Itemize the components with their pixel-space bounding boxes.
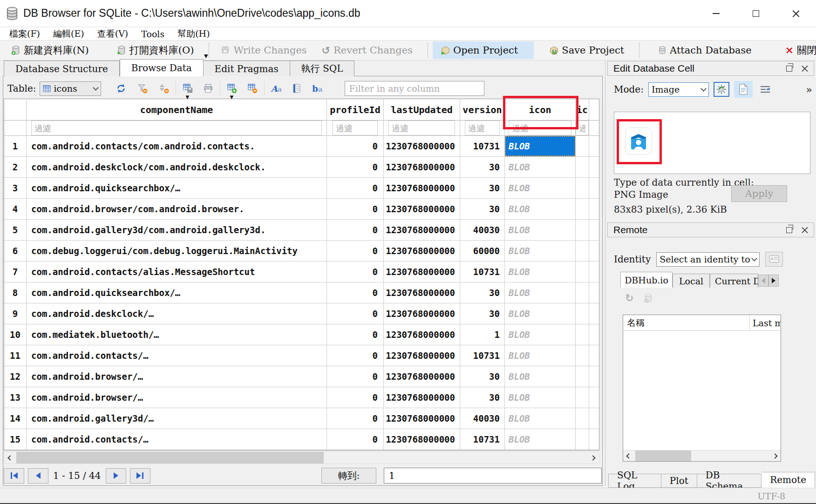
goto-button[interactable]: 轉到: [321,468,376,484]
cell-componentName[interactable]: com.android.gallery3d/com.android.galler… [27,220,327,240]
cell-profileId[interactable]: 0 [327,303,384,324]
row-number[interactable]: 10 [4,324,27,345]
cell-lastUpdated[interactable]: 1230768000000 [384,387,460,408]
column-filter-input[interactable] [388,121,455,135]
new-database-button[interactable]: 新建資料庫(N) [4,41,96,59]
clear-sort-button[interactable] [156,81,172,96]
cell-lastUpdated[interactable]: 1230768000000 [384,262,460,282]
remote-list-header-modified[interactable]: Last mo [750,315,781,330]
tab-scroll-left-button[interactable] [758,275,768,287]
cell-version[interactable]: 10731 [460,429,505,450]
row-number[interactable]: 7 [4,262,27,282]
cell-lastUpdated[interactable]: 1230768000000 [384,366,460,387]
scroll-left-button[interactable] [623,450,634,461]
cell-profileId[interactable]: 0 [327,157,384,177]
cell-version[interactable]: 30 [460,199,505,219]
open-project-button[interactable]: Open Project [433,41,534,59]
row-number[interactable]: 13 [4,387,27,408]
cell-version[interactable]: 30 [460,178,505,198]
cell-lastUpdated[interactable]: 1230768000000 [384,220,460,240]
dictionary-button[interactable] [289,81,305,96]
tab-db-schema[interactable]: DB Schema [697,474,762,488]
cell-componentName[interactable]: com.mediatek.bluetooth/… [27,324,327,345]
cell-profileId[interactable]: 0 [327,241,384,261]
cell-clipped[interactable] [576,387,589,408]
cell-version[interactable]: 30 [460,157,505,177]
cell-version[interactable]: 10731 [460,345,505,366]
cell-componentName[interactable]: com.android.contacts/… [27,429,327,450]
column-filter-input[interactable] [465,121,500,135]
tab-scroll-right-button[interactable] [768,275,779,287]
row-number[interactable]: 12 [4,366,27,387]
font-settings-button[interactable]: Aa [268,81,284,96]
first-page-button[interactable] [4,468,24,484]
header-version[interactable]: version [460,99,505,120]
menu-help[interactable]: 幫助(H) [171,28,216,40]
horizontal-scroll-thumb[interactable] [635,450,691,461]
row-number[interactable]: 1 [4,136,27,156]
header-componentName[interactable]: componentName [27,99,327,120]
cell-icon[interactable]: BLOB [505,408,576,429]
cell-componentName[interactable]: com.android.deskclock/com.android.deskcl… [27,157,327,177]
cell-icon[interactable]: BLOB [505,324,576,345]
open-database-button[interactable]: 打開資料庫(O) ▼ [109,41,202,59]
row-number[interactable]: 5 [4,220,27,240]
cell-profileId[interactable]: 0 [327,429,384,450]
table-select[interactable]: icons [40,81,101,96]
header-lastUpdated[interactable]: lastUpdated [384,99,460,120]
more-tools-icon[interactable]: » [806,84,811,95]
cell-lastUpdated[interactable]: 1230768000000 [384,282,460,303]
menu-edit[interactable]: 編輯(E) [47,28,91,40]
minimize-button[interactable] [696,0,736,27]
tab-local[interactable]: Local [673,274,710,288]
cell-profileId[interactable]: 0 [327,345,384,366]
print-cell-button[interactable] [734,81,753,98]
cell-clipped[interactable] [576,303,589,324]
write-changes-button[interactable]: Write Changes [214,41,314,59]
cell-profileId[interactable]: 0 [327,178,384,198]
cell-icon[interactable]: BLOB [505,366,576,387]
cell-componentName[interactable]: com.debug.loggerui/com.debug.loggerui.Ma… [27,241,327,261]
tab-sql-log[interactable]: SQL Log [608,474,661,488]
cell-profileId[interactable]: 0 [327,220,384,240]
close-panel-button[interactable] [802,65,808,72]
close-button[interactable] [776,0,816,27]
cell-componentName[interactable]: com.android.gallery3d/… [27,408,327,429]
cell-clipped[interactable] [576,366,589,387]
clear-filters-button[interactable] [135,81,150,96]
tab-execute-sql[interactable]: 執行 SQL [290,60,355,76]
menu-tools[interactable]: Tools [135,29,171,39]
remote-refresh-icon[interactable]: ↻ [625,292,633,304]
cell-lastUpdated[interactable]: 1230768000000 [384,157,460,177]
cell-componentName[interactable]: com.android.quicksearchbox/… [27,178,327,198]
cell-componentName[interactable]: com.android.contacts/… [27,345,327,366]
save-table-button[interactable]: ▼ [180,81,196,96]
cell-icon[interactable]: BLOB [505,199,576,219]
close-database-button[interactable]: × 關閉資料庫(C) [778,41,816,59]
cell-version[interactable]: 30 [460,282,505,303]
cell-componentName[interactable]: com.android.browser/… [27,387,327,408]
cell-lastUpdated[interactable]: 1230768000000 [384,303,460,324]
scroll-right-button[interactable] [587,452,599,464]
cell-clipped[interactable] [576,178,589,198]
row-number[interactable]: 14 [4,408,27,429]
tab-browse-data[interactable]: Browse Data [120,59,204,76]
cell-icon[interactable]: BLOB [505,178,576,198]
cell-version[interactable]: 30 [460,387,505,408]
tab-remote[interactable]: Remote [762,472,815,488]
insert-record-button[interactable]: ▼ [224,81,240,96]
cell-clipped[interactable] [576,429,589,450]
cell-profileId[interactable]: 0 [327,199,384,219]
row-number[interactable]: 15 [4,429,27,450]
tab-current-database[interactable]: Current Dat [710,274,758,288]
header-profileId[interactable]: profileId [327,99,384,120]
cell-icon[interactable]: BLOB [505,220,576,240]
undock-panel-button[interactable] [786,66,792,72]
import-certificate-button[interactable] [765,252,783,267]
cell-clipped[interactable] [576,262,589,282]
tab-plot[interactable]: Plot [661,474,697,488]
goto-page-input[interactable] [384,468,602,484]
menu-file[interactable]: 檔案(F) [3,28,47,40]
cell-lastUpdated[interactable]: 1230768000000 [384,345,460,366]
column-filter-input[interactable] [333,121,378,135]
